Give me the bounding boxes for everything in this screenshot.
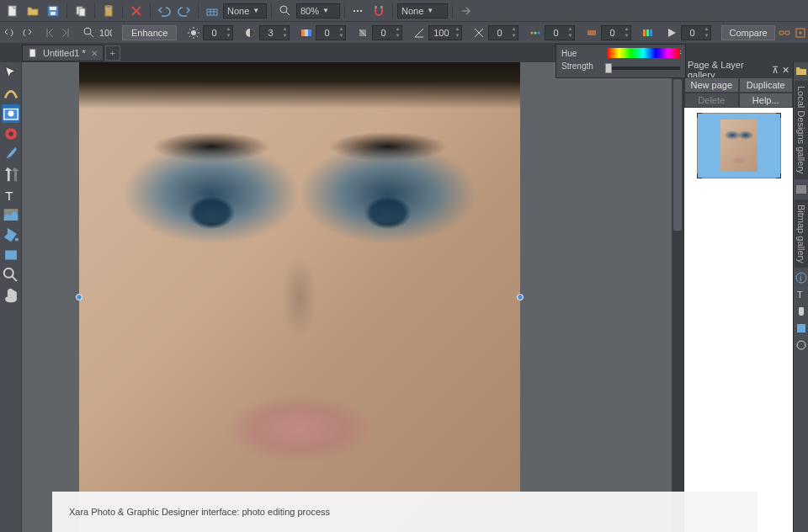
info-icon[interactable]: i	[795, 271, 808, 285]
svg-point-20	[531, 31, 534, 34]
main-toolbar: None ▼ 80% ▼ None ▼	[0, 0, 808, 22]
zoom-tool-icon[interactable]	[276, 2, 295, 20]
freehand-tool-icon[interactable]	[2, 84, 20, 103]
push-tool-icon[interactable]	[2, 286, 20, 305]
open-file-icon[interactable]	[24, 2, 42, 20]
svg-rect-5	[79, 8, 85, 16]
next-icon[interactable]	[59, 24, 72, 42]
svg-rect-16	[301, 29, 305, 36]
hue-slider[interactable]	[607, 48, 680, 58]
new-file-icon[interactable]	[3, 2, 22, 20]
slider-knob[interactable]	[605, 63, 612, 73]
photo-tool-icon[interactable]	[2, 104, 20, 123]
snap-grid-icon[interactable]	[203, 2, 221, 20]
chevron-down-icon: ▼	[322, 7, 329, 14]
zoom-fit-icon[interactable]	[82, 24, 96, 42]
snap-mode-dropdown[interactable]: None ▼	[223, 3, 267, 19]
paste-icon[interactable]	[99, 2, 118, 20]
svg-rect-3	[50, 12, 56, 15]
chevron-down-icon: ▼	[252, 7, 259, 14]
pin-icon[interactable]: ⊼	[772, 65, 779, 76]
text-tool-icon[interactable]: T	[2, 185, 20, 204]
svg-rect-30	[29, 50, 35, 57]
canvas[interactable]	[22, 62, 683, 532]
close-tab-icon[interactable]: ✕	[91, 49, 98, 58]
zoom-100-icon[interactable]: 100%	[98, 24, 112, 42]
rectangle-tool-icon[interactable]	[2, 246, 20, 264]
close-gallery-icon[interactable]: ✕	[782, 65, 789, 76]
compare-button[interactable]: Compare	[721, 25, 774, 40]
save-icon[interactable]	[44, 2, 62, 20]
zoom-tool2-icon[interactable]	[2, 266, 20, 285]
svg-point-21	[534, 31, 537, 34]
blend-mode-value: None	[401, 6, 423, 16]
export-icon[interactable]	[794, 24, 807, 42]
bitmap-gallery-tab[interactable]: Bitmap gallery	[795, 200, 808, 269]
hand-icon[interactable]	[795, 305, 808, 318]
svg-rect-24	[643, 29, 646, 36]
undo-icon[interactable]	[155, 2, 173, 20]
copy-icon[interactable]	[72, 2, 90, 20]
vertical-scrollbar[interactable]	[672, 62, 683, 532]
highlight-spinbox[interactable]: 0▲▼	[601, 25, 631, 40]
play-icon[interactable]	[665, 24, 678, 42]
brightness-spinbox[interactable]: 0▲▼	[203, 25, 233, 40]
color-picker-icon[interactable]	[795, 338, 808, 352]
blend-mode-dropdown[interactable]: None ▼	[397, 3, 448, 19]
delete-button[interactable]: Delete	[684, 93, 739, 108]
hue-strength-panel[interactable]: ‹ Hue Strength	[556, 44, 686, 78]
dots-icon	[529, 24, 542, 42]
zoom-dropdown[interactable]: 80% ▼	[296, 3, 340, 19]
local-designs-tab[interactable]: Local Designs gallery	[795, 81, 808, 179]
svg-point-32	[8, 111, 13, 117]
brush-tool-icon[interactable]	[2, 145, 20, 163]
magnet-icon[interactable]	[369, 2, 388, 20]
selector-tool-icon[interactable]	[2, 64, 20, 82]
redo2-icon[interactable]	[19, 24, 33, 42]
redeye-tool-icon[interactable]	[2, 125, 20, 143]
vignette-spinbox[interactable]: 0▲▼	[545, 25, 575, 40]
add-tab-button[interactable]: +	[105, 45, 120, 61]
fill-tool-icon[interactable]	[2, 226, 20, 244]
delete-icon[interactable]	[127, 2, 146, 20]
scrollbar-thumb[interactable]	[673, 79, 682, 231]
svg-rect-23	[587, 30, 596, 35]
saturation-spinbox[interactable]: 0▲▼	[316, 25, 346, 40]
svg-rect-0	[8, 6, 16, 16]
bitmap-icon[interactable]	[795, 183, 808, 196]
clone-tool-icon[interactable]	[2, 165, 20, 184]
saturation-icon	[300, 24, 313, 42]
line-style-icon[interactable]	[349, 2, 368, 20]
redo-icon[interactable]	[175, 2, 194, 20]
folder-icon[interactable]	[795, 64, 808, 77]
duplicate-button[interactable]: Duplicate	[739, 77, 794, 93]
contrast-spinbox[interactable]: 3▲▼	[259, 25, 290, 40]
highlight-icon	[585, 24, 598, 42]
temperature-spinbox[interactable]: 0▲▼	[372, 25, 402, 40]
new-page-button[interactable]: New page	[684, 77, 739, 93]
prev-icon[interactable]	[43, 24, 56, 42]
text-gallery-icon[interactable]: T	[795, 288, 808, 301]
swatch-icon[interactable]	[795, 322, 808, 335]
photo-image[interactable]	[79, 62, 520, 532]
svg-text:T: T	[797, 290, 803, 300]
glasses-icon[interactable]	[778, 24, 791, 42]
svg-text:T: T	[5, 189, 13, 203]
document-tab[interactable]: Untitled1 * ✕	[22, 45, 104, 61]
shadow-spinbox[interactable]: 0▲▼	[681, 25, 711, 40]
sharpness-spinbox[interactable]: 100▲▼	[428, 25, 462, 40]
selection-handle-left[interactable]	[76, 294, 82, 301]
help-button[interactable]: Help...	[739, 93, 794, 108]
palette-icon[interactable]	[641, 24, 655, 42]
enhance-button[interactable]: Enhance	[122, 25, 177, 40]
undo2-icon[interactable]	[3, 24, 17, 42]
strength-slider[interactable]	[607, 66, 680, 70]
svg-point-45	[797, 341, 805, 349]
page-thumbnail[interactable]	[697, 113, 781, 178]
selection-handle-right[interactable]	[517, 294, 524, 301]
svg-rect-18	[308, 29, 311, 36]
clipart-tool-icon[interactable]	[2, 205, 20, 224]
caption-bar: Xara Photo & Graphic Designer interface:…	[52, 492, 758, 532]
crossprocess-spinbox[interactable]: 0▲▼	[488, 25, 518, 40]
arrow-right-icon[interactable]	[457, 2, 476, 20]
